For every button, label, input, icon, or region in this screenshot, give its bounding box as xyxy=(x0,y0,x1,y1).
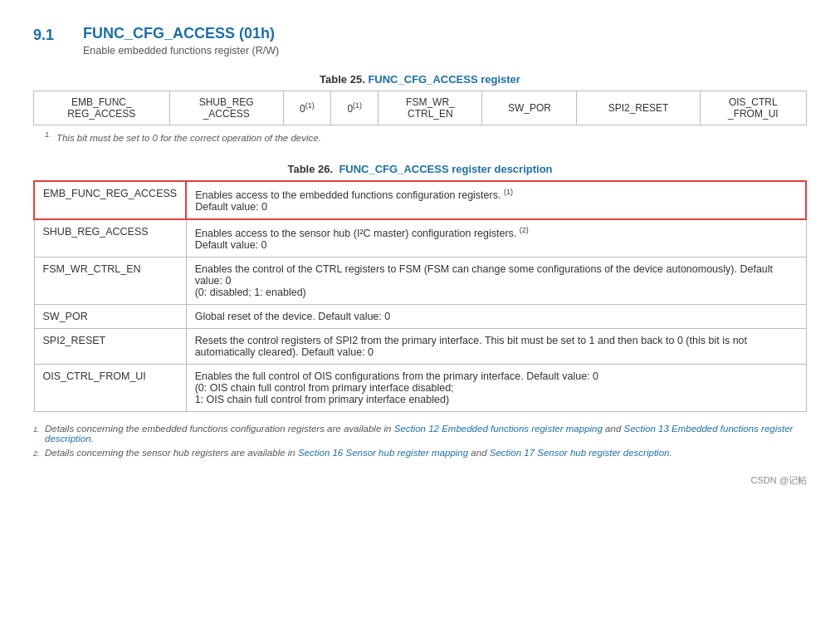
table26-desc-3: Global reset of the device. Default valu… xyxy=(186,305,806,329)
table26-row-2: FSM_WR_CTRL_EN Enables the control of th… xyxy=(34,258,806,305)
table26-row-1: SHUB_REG_ACCESS Enables access to the se… xyxy=(34,219,806,258)
table26-row-4: SPI2_RESET Resets the control registers … xyxy=(34,329,806,365)
table26-row-5: OIS_CTRL_FROM_UI Enables the full contro… xyxy=(34,365,806,412)
table25-row: EMB_FUNC_REG_ACCESS SHUB_REG_ACCESS 0(1)… xyxy=(34,91,807,125)
table26-field-5: OIS_CTRL_FROM_UI xyxy=(34,365,186,412)
table26-desc-0: Enables access to the embedded functions… xyxy=(186,181,806,219)
table26-field-4: SPI2_RESET xyxy=(34,329,186,365)
table26-desc-4: Resets the control registers of SPI2 fro… xyxy=(186,329,806,365)
table26-field-2: FSM_WR_CTRL_EN xyxy=(34,258,186,305)
table26-field-1: SHUB_REG_ACCESS xyxy=(34,219,186,258)
table25-cell-3: 0(1) xyxy=(331,91,378,125)
table26-row-3: SW_POR Global reset of the device. Defau… xyxy=(34,305,806,329)
watermark: CSDN @记帖 xyxy=(33,474,807,487)
table26-desc-1: Enables access to the sensor hub (I²C ma… xyxy=(186,219,806,258)
table25-cell-5: SW_POR xyxy=(482,91,577,125)
footnote-1: 1. Details concerning the embedded funct… xyxy=(33,424,807,444)
footnotes-section: 1. Details concerning the embedded funct… xyxy=(33,424,807,458)
section-number: 9.1 xyxy=(33,27,83,44)
section-title-block: FUNC_CFG_ACCESS (01h) Enable embedded fu… xyxy=(83,25,279,56)
table26-caption-bold: FUNC_CFG_ACCESS register description xyxy=(339,163,552,175)
section-subtitle: Enable embedded functions register (R/W) xyxy=(83,45,279,56)
table25: EMB_FUNC_REG_ACCESS SHUB_REG_ACCESS 0(1)… xyxy=(33,91,807,125)
link-section16-mapping[interactable]: Section 16 Sensor hub register mapping xyxy=(298,448,468,458)
table25-footnote: 1. This bit must be set to 0 for the cor… xyxy=(33,130,807,143)
footnote-2: 2. Details concerning the sensor hub reg… xyxy=(33,448,807,458)
table26-field-0: EMB_FUNC_REG_ACCESS xyxy=(34,181,186,219)
section-title: FUNC_CFG_ACCESS (01h) xyxy=(83,25,279,42)
link-section12-mapping[interactable]: Section 12 Embedded functions register m… xyxy=(394,424,603,434)
table26-desc-5: Enables the full control of OIS configur… xyxy=(186,365,806,412)
table26-row-0: EMB_FUNC_REG_ACCESS Enables access to th… xyxy=(34,181,806,219)
table26-desc-2: Enables the control of the CTRL register… xyxy=(186,258,806,305)
table26: EMB_FUNC_REG_ACCESS Enables access to th… xyxy=(33,180,807,412)
table26-caption-prefix: Table 26. xyxy=(287,163,333,175)
table26-caption: Table 26. FUNC_CFG_ACCESS register descr… xyxy=(33,163,807,175)
table25-caption-prefix: Table 25. xyxy=(320,73,365,86)
link-section17-desc[interactable]: Section 17 Sensor hub register descripti… xyxy=(490,448,670,458)
table25-cell-6: SPI2_RESET xyxy=(577,91,700,125)
table25-container: Table 25. FUNC_CFG_ACCESS register EMB_F… xyxy=(33,73,807,143)
section-header: 9.1 FUNC_CFG_ACCESS (01h) Enable embedde… xyxy=(33,25,807,56)
table25-cell-0: EMB_FUNC_REG_ACCESS xyxy=(34,91,170,125)
table25-cell-2: 0(1) xyxy=(283,91,330,125)
table25-cell-4: FSM_WR_CTRL_EN xyxy=(378,91,482,125)
table25-caption: Table 25. FUNC_CFG_ACCESS register xyxy=(33,73,807,86)
table25-caption-bold: FUNC_CFG_ACCESS register xyxy=(368,73,520,86)
table25-cell-7: OIS_CTRL_FROM_UI xyxy=(700,91,806,125)
table26-field-3: SW_POR xyxy=(34,305,186,329)
table25-cell-1: SHUB_REG_ACCESS xyxy=(169,91,283,125)
table26-container: Table 26. FUNC_CFG_ACCESS register descr… xyxy=(33,163,807,412)
